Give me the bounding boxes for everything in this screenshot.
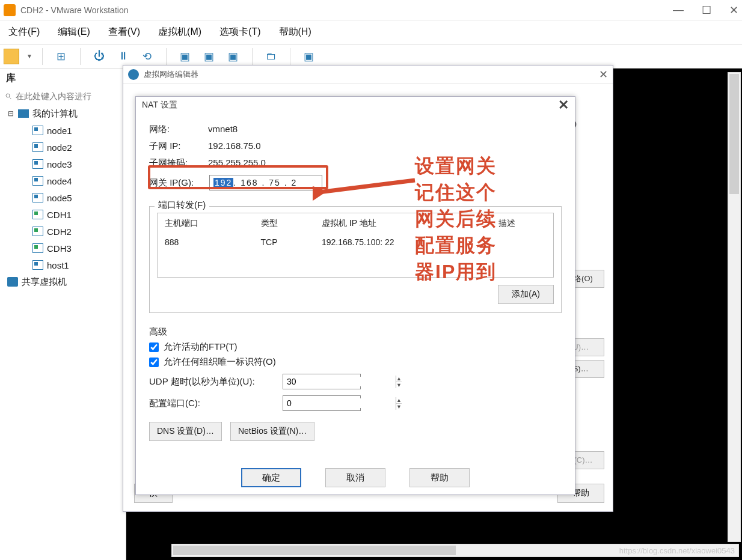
dialog1-close-button[interactable]: ✕ [599, 68, 608, 81]
tree-item-cdh1[interactable]: CDH1 [5, 206, 123, 223]
toolbar-screen1-icon[interactable]: ▣ [176, 47, 194, 65]
tree-item-label: CDH3 [47, 243, 72, 254]
menu-view[interactable]: 查看(V) [108, 26, 140, 38]
scrollbar-thumb[interactable] [729, 74, 739, 194]
subnet-ip-label: 子网 IP: [149, 138, 197, 154]
vm-icon [32, 126, 43, 135]
tree-item-label: node2 [47, 142, 72, 153]
maximize-button[interactable]: ☐ [702, 4, 711, 17]
tree-item-cdh2[interactable]: CDH2 [5, 223, 123, 240]
tree-item-label: node5 [47, 193, 72, 203]
vm-icon [32, 260, 43, 270]
tree-item-node1[interactable]: node1 [5, 122, 123, 139]
nat-cancel-button[interactable]: 取消 [325, 468, 385, 487]
nat-help-button[interactable]: 帮助 [409, 468, 470, 487]
toolbar-power-icon[interactable]: ⏻ [90, 47, 108, 65]
config-port-input[interactable] [283, 398, 396, 408]
shared-vm-icon [7, 277, 18, 287]
search-input[interactable] [16, 91, 121, 101]
tree-item-node3[interactable]: node3 [5, 156, 123, 172]
tree-item-label: node4 [47, 176, 72, 186]
nat-ok-button[interactable]: 确定 [241, 468, 301, 487]
toolbar-dropdown-icon[interactable]: ▼ [25, 53, 32, 59]
udp-timeout-spinner[interactable]: ▲▼ [283, 374, 361, 389]
toolbar-folder-icon[interactable]: 🗀 [262, 47, 280, 65]
col-type[interactable]: 类型 [255, 215, 314, 233]
toolbar-connect-icon[interactable]: ⊞ [52, 47, 70, 65]
dns-settings-button[interactable]: DNS 设置(D)… [149, 422, 222, 441]
col-desc[interactable]: 描述 [492, 215, 553, 233]
collapse-icon[interactable]: ⊟ [7, 109, 14, 118]
vertical-scrollbar[interactable] [728, 72, 741, 542]
vm-icon [32, 193, 43, 202]
col-vm-addr[interactable]: 虚拟机 IP 地址 [316, 215, 491, 233]
menu-edit[interactable]: 编辑(E) [58, 26, 90, 38]
nat-close-button[interactable]: ✕ [558, 97, 569, 113]
port-forward-title: 端口转发(F) [155, 199, 209, 211]
menu-file[interactable]: 文件(F) [8, 26, 40, 38]
tree-root-label: 我的计算机 [32, 108, 78, 120]
vm-running-icon [32, 227, 43, 236]
nat-settings-dialog: NAT 设置 ✕ 网络:vmnet8 子网 IP:192.168.75.0 子网… [135, 96, 575, 495]
dialog1-titlebar: 虚拟网络编辑器 ✕ [123, 65, 613, 84]
toolbar-snapshot-icon[interactable]: ▣ [300, 47, 318, 65]
tree-item-cdh3[interactable]: CDH3 [5, 240, 123, 257]
spin-down-icon[interactable]: ▼ [396, 382, 402, 388]
config-port-spinner[interactable]: ▲▼ [283, 395, 361, 411]
tree-item-label: node3 [47, 159, 72, 169]
allow-oui-checkbox[interactable]: 允许任何组织唯一标识符(O) [149, 356, 562, 368]
netbios-settings-button[interactable]: NetBios 设置(N)… [230, 422, 314, 441]
minimize-button[interactable]: — [673, 4, 684, 17]
gateway-ip-rest: . 168 . 75 . 2 [233, 178, 297, 187]
tree-item-label: host1 [47, 260, 69, 270]
spin-up-icon[interactable]: ▲ [396, 376, 402, 382]
scrollbar-thumb[interactable] [173, 546, 456, 555]
dialog1-title: 虚拟网络编辑器 [144, 69, 198, 80]
toolbar-suspend-icon[interactable]: ⏸ [114, 47, 132, 65]
vm-tree: ⊟ 我的计算机 node1 node2 node3 node4 node5 CD… [0, 105, 126, 290]
col-host-port[interactable]: 主机端口 [159, 215, 254, 233]
spin-down-icon[interactable]: ▼ [396, 404, 402, 410]
menu-bar: 文件(F) 编辑(E) 查看(V) 虚拟机(M) 选项卡(T) 帮助(H) [0, 20, 742, 44]
tree-item-node4[interactable]: node4 [5, 172, 123, 189]
toolbar-library-icon[interactable] [4, 49, 19, 64]
table-row[interactable]: 888 TCP 192.168.75.100: 22 [159, 234, 552, 251]
network-label: 网络: [149, 121, 197, 138]
menu-help[interactable]: 帮助(H) [279, 26, 311, 38]
vm-running-icon [32, 210, 43, 219]
network-value: vmnet8 [208, 121, 238, 138]
gateway-ip-input[interactable]: 192. 168 . 75 . 2 [209, 175, 322, 190]
subnet-ip-value: 192.168.75.0 [208, 138, 261, 154]
library-header: 库 [0, 68, 126, 88]
spin-up-icon[interactable]: ▲ [396, 397, 402, 404]
toolbar-separator [290, 48, 290, 65]
globe-icon [128, 69, 139, 80]
menu-vm[interactable]: 虚拟机(M) [158, 26, 201, 38]
tree-shared[interactable]: 共享虚拟机 [5, 273, 123, 290]
menu-tabs[interactable]: 选项卡(T) [219, 26, 260, 38]
vm-icon [32, 159, 43, 169]
tree-item-label: node1 [47, 126, 72, 136]
cell-vmaddr: 192.168.75.100: 22 [316, 234, 491, 251]
toolbar-reset-icon[interactable]: ⟲ [138, 47, 156, 65]
udp-timeout-input[interactable] [283, 377, 396, 386]
cell-type: TCP [255, 234, 314, 251]
allow-ftp-checkbox[interactable]: 允许活动的FTP(T) [149, 341, 562, 353]
toolbar-separator [166, 48, 167, 65]
tree-shared-label: 共享虚拟机 [22, 276, 67, 288]
port-forward-add-button[interactable]: 添加(A) [498, 285, 554, 304]
toolbar-screen3-icon[interactable]: ▣ [224, 47, 242, 65]
nat-dialog-title: NAT 设置 [142, 100, 177, 111]
window-title: CDH2 - VMware Workstation [20, 5, 128, 15]
app-logo-icon [4, 4, 16, 16]
tree-item-host1[interactable]: host1 [5, 257, 123, 273]
config-port-label: 配置端口(C): [149, 398, 275, 409]
watermark: https://blog.csdn.net/xiaowei0543 [619, 546, 735, 555]
vm-running-icon [32, 243, 43, 253]
close-button[interactable]: ✕ [729, 4, 738, 17]
tree-item-node5[interactable]: node5 [5, 189, 123, 206]
toolbar-screen2-icon[interactable]: ▣ [200, 47, 218, 65]
tree-root[interactable]: ⊟ 我的计算机 [5, 105, 123, 122]
tree-item-node2[interactable]: node2 [5, 139, 123, 156]
cell-desc [492, 234, 553, 251]
